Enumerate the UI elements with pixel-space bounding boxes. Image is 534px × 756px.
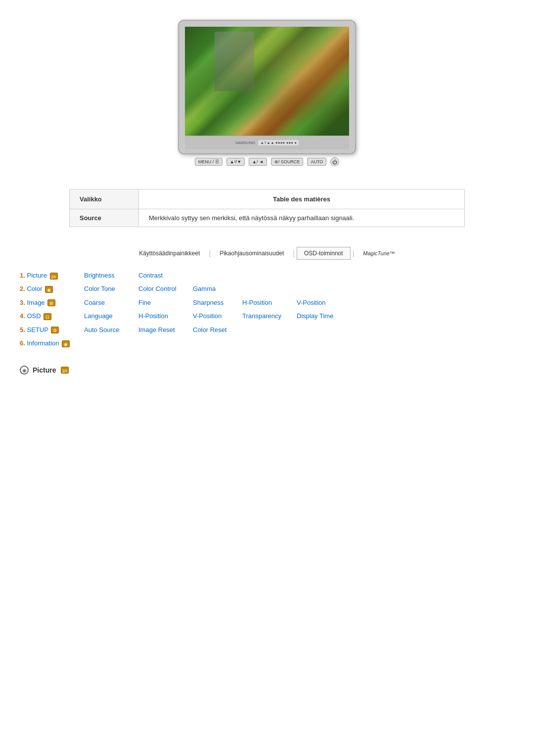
menu-sub-image-reset[interactable]: Image Reset bbox=[138, 324, 193, 335]
nav-divider-1: | bbox=[208, 249, 212, 257]
menu-sub-hposition-osd[interactable]: H-Position bbox=[138, 310, 193, 322]
menu-sub-vposition[interactable]: V-Position bbox=[297, 297, 351, 308]
menu-col-main: 1. Picture px 2. Color ◉ 3. Image ⊞ 4. O… bbox=[20, 270, 84, 351]
menu-tree: 1. Picture px 2. Color ◉ 3. Image ⊞ 4. O… bbox=[20, 270, 514, 351]
picture-icon: px bbox=[50, 273, 58, 280]
info-icon: ◉ bbox=[62, 340, 70, 347]
menu-sub-color-tone[interactable]: Color Tone bbox=[84, 283, 138, 294]
tab-kayttosaadinpainikkeet[interactable]: Käyttösäädinpainikkeet bbox=[132, 247, 207, 259]
menu-empty-1: - bbox=[193, 270, 242, 281]
menu-num-5: 5. bbox=[20, 326, 27, 333]
menu-sub-color-control[interactable]: Color Control bbox=[138, 283, 193, 294]
source-button[interactable]: ⊕/ SOURCE bbox=[271, 158, 304, 166]
magictune-logo: MagicTune™ bbox=[363, 250, 395, 256]
menu-sub-auto-source[interactable]: Auto Source bbox=[84, 324, 138, 335]
menu-label-setup: SETUP bbox=[27, 326, 48, 333]
menu-empty-7: - bbox=[297, 324, 351, 335]
image-icon: ⊞ bbox=[47, 299, 55, 306]
menu-empty-3: - bbox=[242, 283, 297, 294]
menu-col-4: - Gamma Sharpness V-Position Color Reset bbox=[193, 270, 242, 351]
table-source-row: Source Merkkivalo syttyy sen merkiksi, e… bbox=[70, 209, 464, 227]
picture-px-icon: px bbox=[61, 367, 69, 374]
menu-sub-hposition[interactable]: H-Position bbox=[242, 297, 297, 308]
menu-label-info: Information bbox=[27, 339, 59, 347]
menu-sub-fine[interactable]: Fine bbox=[138, 297, 193, 308]
menu-empty-2: - bbox=[242, 270, 297, 281]
menu-label-picture: Picture bbox=[27, 272, 46, 279]
menu-sub-display-time[interactable]: Display Time bbox=[297, 310, 351, 322]
tab-magictune[interactable]: MagicTune™ bbox=[356, 247, 402, 259]
table-col-valikko: Valikko bbox=[70, 189, 139, 209]
nav-tabs: Käyttösäädinpainikkeet | Pikaohjausomina… bbox=[0, 247, 534, 260]
menu-num-6: 6. bbox=[20, 339, 27, 347]
menu-item-3-image[interactable]: 3. Image ⊞ bbox=[20, 297, 84, 308]
picture-label: Picture bbox=[33, 366, 56, 374]
info-table: Valikko Table des matières Source Merkki… bbox=[69, 189, 465, 227]
monitor-logo: SAMSUNG bbox=[235, 141, 255, 145]
picture-circle-icon bbox=[20, 366, 29, 375]
menu-num-3: 3. bbox=[20, 299, 27, 306]
menu-num-4: 4. bbox=[20, 312, 27, 320]
menu-sub-contrast[interactable]: Contrast bbox=[138, 270, 193, 281]
menu-col-2: Brightness Color Tone Coarse Language Au… bbox=[84, 270, 138, 351]
table-source-value: Merkkivalo syttyy sen merkiksi, että näy… bbox=[139, 209, 464, 227]
nav-divider-2: | bbox=[292, 249, 296, 257]
monitor-section: SAMSUNG ▲T▲▲ ●●●● ●●● ● MENU / ☰ ▲²/▼ ▲/… bbox=[0, 0, 534, 179]
menu-sub-gamma[interactable]: Gamma bbox=[193, 283, 242, 294]
table-col-toc: Table des matières bbox=[139, 189, 464, 209]
menu-item-1-picture[interactable]: 1. Picture px bbox=[20, 270, 84, 281]
menu-col-3: Contrast Color Control Fine H-Position I… bbox=[138, 270, 193, 351]
menu-col-6: - - V-Position Display Time - bbox=[297, 270, 351, 351]
monitor-outer: SAMSUNG ▲T▲▲ ●●●● ●●● ● bbox=[178, 20, 356, 154]
menu-button[interactable]: MENU / ☰ bbox=[195, 158, 222, 166]
brightness-button[interactable]: ▲²/▼ bbox=[226, 158, 245, 166]
menu-item-2-color[interactable]: 2. Color ◉ bbox=[20, 283, 84, 294]
menu-sub-vposition-osd[interactable]: V-Position bbox=[193, 310, 242, 322]
auto-button[interactable]: AUTO bbox=[307, 158, 326, 166]
power-button[interactable]: ⏻ bbox=[330, 157, 339, 166]
menu-label-image: Image bbox=[27, 299, 44, 306]
tab-pikaohjaus[interactable]: Pikaohjausominaisuudet bbox=[213, 247, 291, 259]
menu-sub-color-reset[interactable]: Color Reset bbox=[193, 324, 242, 335]
setup-icon: ⚙ bbox=[51, 327, 59, 333]
menu-sub-sharpness[interactable]: Sharpness bbox=[193, 297, 242, 308]
monitor-buttons-row: MENU / ☰ ▲²/▼ ▲/ ◄ ⊕/ SOURCE AUTO ⏻ bbox=[195, 154, 340, 169]
menu-col-5: - - H-Position Transparency - bbox=[242, 270, 297, 351]
picture-section: Picture px bbox=[20, 366, 514, 375]
menu-label-color: Color bbox=[27, 285, 42, 292]
menu-empty-5: - bbox=[297, 270, 351, 281]
menu-label-osd: OSD bbox=[27, 312, 41, 320]
menu-item-4-osd[interactable]: 4. OSD ⊡ bbox=[20, 310, 84, 322]
osd-icon: ⊡ bbox=[44, 313, 51, 320]
nav-divider-3: | bbox=[352, 249, 356, 257]
menu-item-6-info[interactable]: 6. Information ◉ bbox=[20, 337, 84, 349]
monitor-model: ▲T▲▲ ●●●● ●●● ● bbox=[258, 140, 299, 145]
menu-sub-brightness[interactable]: Brightness bbox=[84, 270, 138, 281]
menu-num-1: 1. bbox=[20, 272, 27, 279]
menu-sub-transparency[interactable]: Transparency bbox=[242, 310, 297, 322]
menu-item-5-setup[interactable]: 5. SETUP ⚙ bbox=[20, 324, 84, 335]
table-source-label: Source bbox=[70, 209, 139, 227]
menu-sub-language[interactable]: Language bbox=[84, 310, 138, 322]
menu-empty-4: - bbox=[242, 324, 297, 335]
menu-empty-6: - bbox=[297, 283, 351, 294]
monitor-screen bbox=[185, 27, 349, 136]
table-header-row: Valikko Table des matières bbox=[70, 189, 464, 209]
menu-num-2: 2. bbox=[20, 285, 27, 292]
color-icon: ◉ bbox=[45, 286, 53, 293]
monitor-bottom-bar: SAMSUNG ▲T▲▲ ●●●● ●●● ● bbox=[185, 136, 349, 149]
menu-sub-coarse[interactable]: Coarse bbox=[84, 297, 138, 308]
tab-osd[interactable]: OSD-toiminnot bbox=[297, 247, 351, 260]
volume-button[interactable]: ▲/ ◄ bbox=[249, 158, 267, 166]
